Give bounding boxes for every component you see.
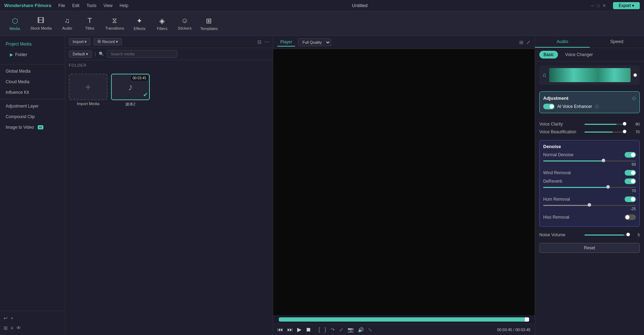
- info-icon[interactable]: ⓘ: [595, 104, 599, 109]
- media-grid: + Import Media 00:03:45 ♪ ✔ 媒体2: [65, 70, 273, 110]
- hum-removal-thumb[interactable]: [588, 203, 591, 207]
- stop-button[interactable]: ⏹: [306, 327, 311, 333]
- zoom-icon[interactable]: ⤡: [368, 327, 372, 333]
- filter-icon[interactable]: ⊟: [257, 39, 262, 45]
- ai-voice-enhancer-toggle[interactable]: [543, 104, 554, 109]
- dereverb-toggle[interactable]: [625, 178, 636, 184]
- top-bar: Wondershare Filmora File Edit Tools View…: [0, 0, 644, 11]
- app-name: Wondershare Filmora: [4, 3, 51, 8]
- sub-tab-basic[interactable]: Basic: [539, 51, 558, 59]
- export-button[interactable]: Export ▾: [613, 2, 640, 9]
- time-display: 00:03:45 / 00:03:45: [497, 328, 530, 332]
- voice-clarity-slider[interactable]: [584, 124, 625, 125]
- volume-icon[interactable]: 🔊: [358, 327, 364, 333]
- sidebar-item-folder[interactable]: ▶ Folder: [0, 49, 65, 60]
- minimize-icon[interactable]: ─: [591, 3, 594, 8]
- sidebar-item-image-to-video[interactable]: Image to Video AI: [0, 122, 65, 133]
- normal-denoise-toggle[interactable]: [625, 152, 636, 158]
- menu-help[interactable]: Help: [119, 3, 128, 8]
- sub-tab-voice-changer[interactable]: Voice Changer: [561, 51, 597, 59]
- sidebar-item-influence-kit[interactable]: Influence Kit: [0, 87, 65, 98]
- hiss-removal-row: Hiss Removal: [543, 214, 636, 220]
- normal-denoise-track[interactable]: [543, 160, 636, 162]
- mark-in-icon[interactable]: ↷: [331, 327, 335, 333]
- noise-volume-slider[interactable]: [584, 234, 628, 236]
- audio-clip-preview: ♫: [539, 65, 640, 85]
- tab-speed[interactable]: Speed: [590, 36, 644, 48]
- fullscreen-player-icon[interactable]: ⤢: [339, 327, 343, 333]
- import-area[interactable]: +: [69, 74, 108, 100]
- tab-audio[interactable]: Audio: [535, 36, 590, 48]
- player-cursor[interactable]: [525, 317, 529, 322]
- fullscreen-icon[interactable]: ⤢: [526, 39, 530, 45]
- diamond-icon[interactable]: ◇: [632, 95, 636, 101]
- sidebar-item-global-media[interactable]: Global Media: [0, 66, 65, 77]
- tool-effects[interactable]: ✦ Effects: [129, 14, 150, 33]
- left-bracket[interactable]: {: [318, 327, 320, 333]
- right-panel-tabs: Audio Speed: [535, 36, 644, 48]
- menu-edit[interactable]: Edit: [72, 3, 80, 8]
- sidebar-eye-icon[interactable]: 👁: [16, 325, 21, 331]
- stickers-icon: ☺: [181, 17, 188, 25]
- sidebar-item-compound-clip[interactable]: Compound Clip: [0, 111, 65, 122]
- hum-removal-toggle[interactable]: [625, 196, 636, 202]
- stock-media-icon: 🎞: [37, 17, 44, 25]
- close-icon[interactable]: ✕: [602, 3, 606, 8]
- sidebar-add-icon[interactable]: +: [11, 315, 13, 321]
- tab-player[interactable]: Player: [277, 38, 295, 47]
- sidebar-grid-icon[interactable]: ⊞: [4, 325, 8, 331]
- sidebar-list-icon[interactable]: ≡: [11, 325, 13, 331]
- tool-audio[interactable]: ♫ Audio: [57, 14, 78, 32]
- skip-back-button[interactable]: ⏮: [277, 327, 283, 333]
- wind-removal-toggle[interactable]: [625, 170, 636, 176]
- quality-select[interactable]: Full Quality: [298, 38, 331, 46]
- sidebar-bottom-actions: ↩ + ⊞ ≡ 👁: [0, 311, 65, 335]
- normal-denoise-slider: 50: [543, 160, 636, 166]
- player-timeline[interactable]: [279, 317, 529, 322]
- normal-denoise-thumb[interactable]: [602, 159, 605, 162]
- hiss-removal-toggle[interactable]: [625, 214, 636, 220]
- templates-icon: ⊞: [206, 17, 212, 25]
- more-icon[interactable]: ⋯: [264, 39, 269, 45]
- dereverb-thumb[interactable]: [606, 185, 610, 189]
- tool-templates[interactable]: ⊞ Templates: [197, 14, 221, 33]
- menu-view[interactable]: View: [103, 3, 112, 8]
- tool-transitions[interactable]: ⧖ Transitions: [102, 14, 128, 32]
- step-back-button[interactable]: ⏭: [287, 327, 293, 333]
- maximize-icon[interactable]: □: [597, 3, 600, 8]
- screenshot-icon[interactable]: 📷: [348, 327, 354, 333]
- play-button[interactable]: ▶: [297, 326, 301, 333]
- dereverb-track[interactable]: [543, 187, 636, 188]
- import-button[interactable]: Import ▾: [69, 38, 91, 45]
- hum-removal-track[interactable]: [543, 205, 636, 206]
- tool-titles[interactable]: T Titles: [79, 14, 100, 32]
- list-item[interactable]: 00:03:45 ♪ ✔ 媒体2: [111, 74, 150, 107]
- tool-media[interactable]: ⬡ Media: [4, 14, 25, 33]
- voice-clarity-thumb[interactable]: [623, 122, 626, 126]
- menu-file[interactable]: File: [58, 3, 65, 8]
- tool-stickers[interactable]: ☺ Stickers: [174, 14, 195, 32]
- voice-beautification-thumb[interactable]: [623, 130, 626, 133]
- media-thumb[interactable]: 00:03:45 ♪ ✔: [111, 74, 150, 100]
- reset-button[interactable]: Reset: [539, 243, 640, 253]
- tool-filters[interactable]: ◈ Filters: [152, 14, 173, 33]
- sidebar-item-cloud-media[interactable]: Cloud Media: [0, 77, 65, 87]
- noise-volume-row: Noise Volume 5: [535, 230, 644, 240]
- voice-beautification-slider[interactable]: [584, 132, 625, 133]
- menu-tools[interactable]: Tools: [86, 3, 96, 8]
- right-bracket[interactable]: }: [324, 327, 326, 333]
- effects-icon: ✦: [136, 17, 142, 25]
- sidebar-action-row-2: ⊞ ≡ 👁: [0, 324, 65, 332]
- noise-volume-fill: [584, 234, 624, 236]
- sidebar-item-adjustment-layer[interactable]: Adjustment Layer: [0, 101, 65, 111]
- grid-view-icon[interactable]: ⊞: [519, 39, 523, 45]
- sidebar-undo-icon[interactable]: ↩: [4, 315, 8, 321]
- right-panel: Audio Speed Basic Voice Changer ♫ Adjust…: [535, 36, 644, 335]
- tool-stock-media[interactable]: 🎞 Stock Media: [27, 14, 55, 32]
- sidebar-item-project-media[interactable]: Project Media: [0, 39, 65, 49]
- noise-volume-thumb[interactable]: [626, 233, 630, 236]
- search-input[interactable]: [107, 50, 177, 58]
- record-button[interactable]: ⦿ Record ▾: [93, 38, 122, 45]
- import-media-item[interactable]: + Import Media: [69, 74, 108, 107]
- view-select[interactable]: Default ▾: [69, 50, 92, 58]
